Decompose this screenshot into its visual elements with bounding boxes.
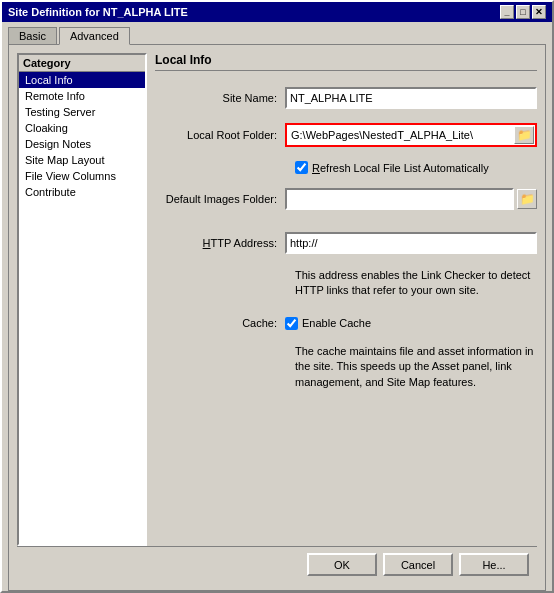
cache-info-text: The cache maintains file and asset infor… [155, 344, 537, 390]
cache-checkbox-label: Enable Cache [285, 317, 371, 330]
main-window: Site Definition for NT_ALPHA LITE _ □ ✕ … [0, 0, 554, 593]
site-name-input-wrapper [285, 87, 537, 109]
http-info-text: This address enables the Link Checker to… [155, 268, 537, 299]
http-address-input[interactable] [287, 234, 535, 252]
refresh-label-text: Refresh Local File List Automatically [312, 162, 489, 174]
maximize-button[interactable]: □ [516, 5, 530, 19]
site-name-label: Site Name: [155, 92, 285, 104]
local-root-input-wrapper: 📁 [285, 123, 537, 147]
window-title: Site Definition for NT_ALPHA LITE [8, 6, 188, 18]
http-address-input-wrapper [285, 232, 537, 254]
refresh-checkbox-row: Refresh Local File List Automatically [155, 161, 537, 174]
cache-checkbox-text: Enable Cache [302, 317, 371, 329]
sidebar-item-design-notes[interactable]: Design Notes [19, 136, 145, 152]
sidebar-header: Category [19, 55, 145, 72]
title-bar: Site Definition for NT_ALPHA LITE _ □ ✕ [2, 2, 552, 22]
sidebar-item-cloaking[interactable]: Cloaking [19, 120, 145, 136]
local-root-row: Local Root Folder: 📁 [155, 123, 537, 147]
sidebar-item-site-map-layout[interactable]: Site Map Layout [19, 152, 145, 168]
sidebar-item-contribute[interactable]: Contribute [19, 184, 145, 200]
http-address-row: HTTP Address: [155, 232, 537, 254]
tab-advanced[interactable]: Advanced [59, 27, 130, 45]
local-root-label: Local Root Folder: [155, 129, 285, 141]
cache-label: Cache: [155, 317, 285, 329]
sidebar-item-file-view-columns[interactable]: File View Columns [19, 168, 145, 184]
close-button[interactable]: ✕ [532, 5, 546, 19]
panel-title: Local Info [155, 53, 537, 71]
sidebar-item-local-info[interactable]: Local Info [19, 72, 145, 88]
sidebar-item-remote-info[interactable]: Remote Info [19, 88, 145, 104]
refresh-checkbox[interactable] [295, 161, 308, 174]
main-content: Category Local Info Remote Info Testing … [17, 53, 537, 546]
cancel-button[interactable]: Cancel [383, 553, 453, 576]
ok-button[interactable]: OK [307, 553, 377, 576]
default-images-label: Default Images Folder: [155, 193, 285, 205]
cache-checkbox[interactable] [285, 317, 298, 330]
cache-row: Cache: Enable Cache [155, 317, 537, 330]
default-images-folder-button[interactable]: 📁 [517, 189, 537, 209]
right-panel: Local Info Site Name: Local Root Folder:… [155, 53, 537, 546]
default-images-input[interactable] [287, 190, 512, 208]
help-button[interactable]: He... [459, 553, 529, 576]
title-bar-buttons: _ □ ✕ [500, 5, 546, 19]
http-address-label: HTTP Address: [155, 237, 285, 249]
default-images-row: Default Images Folder: 📁 [155, 188, 537, 210]
minimize-button[interactable]: _ [500, 5, 514, 19]
site-name-input[interactable] [287, 89, 535, 107]
local-root-folder-button[interactable]: 📁 [514, 126, 534, 144]
sidebar: Category Local Info Remote Info Testing … [17, 53, 147, 546]
tab-basic[interactable]: Basic [8, 27, 57, 45]
tabs-bar: Basic Advanced [2, 22, 552, 44]
refresh-label: Refresh Local File List Automatically [295, 161, 489, 174]
local-root-input[interactable] [288, 126, 514, 144]
content-area: Category Local Info Remote Info Testing … [8, 44, 546, 591]
site-name-row: Site Name: [155, 87, 537, 109]
default-images-input-wrapper [285, 188, 514, 210]
bottom-buttons: OK Cancel He... [17, 546, 537, 582]
sidebar-item-testing-server[interactable]: Testing Server [19, 104, 145, 120]
